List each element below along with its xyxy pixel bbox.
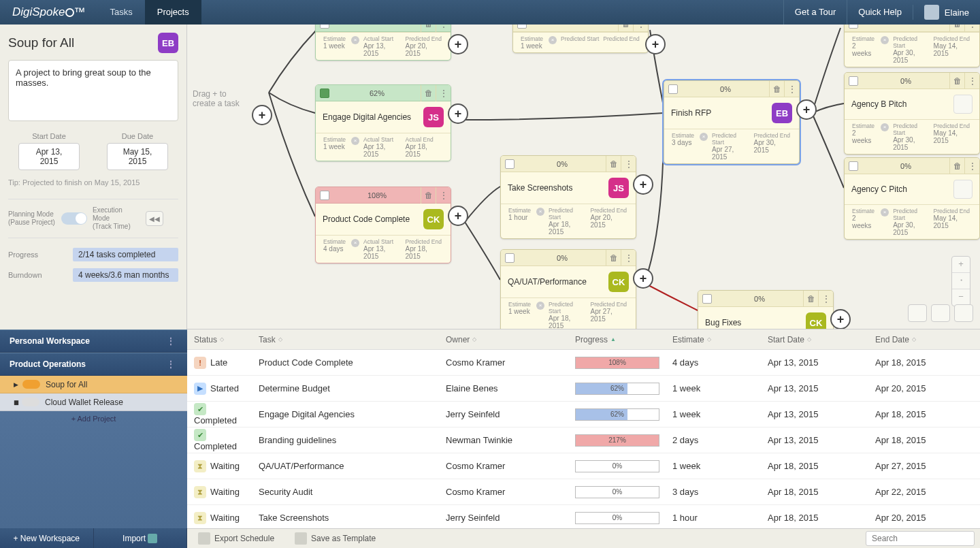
close-icon[interactable]: × (881, 123, 889, 131)
kebab-icon[interactable]: ⋮ (621, 156, 636, 172)
table-row[interactable]: ✔Completed Engage Digital Agencies Jerry… (187, 402, 980, 428)
assignee-badge[interactable]: EB (772, 103, 792, 123)
add-successor-button[interactable]: + (830, 309, 851, 329)
task-checkbox[interactable] (849, 76, 858, 86)
task-checkbox[interactable] (517, 25, 527, 29)
close-icon[interactable]: × (881, 36, 889, 44)
assignee-badge[interactable]: JS (608, 178, 629, 198)
user-menu[interactable]: Elaine (913, 5, 980, 20)
trash-icon[interactable]: 🗑 (769, 81, 784, 97)
th-start[interactable]: Start Date◇ (761, 335, 868, 344)
task-checkbox[interactable] (505, 159, 514, 169)
task-checkbox[interactable] (320, 88, 329, 98)
close-icon[interactable]: × (700, 133, 708, 141)
task-card[interactable]: 0% 🗑 ⋮ Agency B Pitch Estimate2 weeks × … (844, 72, 980, 155)
kebab-icon[interactable]: ⋮ (964, 158, 979, 174)
kebab-icon[interactable]: ⋮ (964, 25, 979, 32)
add-successor-button[interactable]: + (448, 34, 468, 54)
mode-toggle[interactable] (61, 212, 87, 225)
workspace-product-operations[interactable]: Product Operations⋮ (0, 353, 187, 376)
view-graph-icon[interactable] (908, 304, 927, 322)
task-card[interactable]: 62% 🗑 ⋮ Engage Digital Agencies JS Estim… (315, 84, 451, 161)
add-project-button[interactable]: + Add Project (0, 411, 187, 426)
th-owner[interactable]: Owner◇ (439, 335, 568, 344)
close-icon[interactable]: × (536, 302, 544, 310)
task-card[interactable]: 0% 🗑 ⋮ QA/UAT/Performance CK Estimate1 w… (500, 249, 636, 329)
th-end[interactable]: End Date◇ (868, 335, 976, 344)
owner-badge[interactable]: EB (158, 33, 178, 53)
view-fit-icon[interactable] (931, 304, 950, 322)
trash-icon[interactable]: 🗑 (618, 25, 633, 32)
kebab-icon[interactable]: ⋮ (633, 25, 648, 32)
trash-icon[interactable]: 🗑 (949, 25, 964, 32)
task-checkbox[interactable] (320, 25, 329, 29)
table-row[interactable]: ✔Completed Branding guidelines Newman Tw… (187, 428, 980, 453)
trash-icon[interactable]: 🗑 (803, 291, 818, 307)
import-button[interactable]: Import (94, 528, 188, 548)
nav-tab-projects[interactable]: Projects (145, 0, 201, 25)
task-checkbox[interactable] (505, 253, 514, 263)
trash-icon[interactable]: 🗑 (421, 25, 436, 32)
assignee-badge[interactable]: JS (423, 107, 444, 127)
add-successor-button[interactable]: + (633, 174, 653, 195)
workspace-menu-icon[interactable]: ⋮ (164, 359, 178, 369)
th-estimate[interactable]: Estimate◇ (666, 335, 761, 344)
kebab-icon[interactable]: ⋮ (784, 81, 799, 97)
table-row[interactable]: ▶Started Determine Budget Elaine Benes 6… (187, 376, 980, 402)
th-status[interactable]: Status◇ (187, 335, 252, 344)
kebab-icon[interactable]: ⋮ (436, 187, 451, 204)
assignee-badge[interactable]: CK (806, 312, 826, 329)
task-card[interactable]: 🗑 ⋮ Estimate1 week × Predicted Start Pre… (512, 25, 649, 53)
task-card[interactable]: 0% 🗑 ⋮ Bug Fixes CK (698, 290, 834, 329)
table-row[interactable]: ⧗Waiting QA/UAT/Performance Cosmo Kramer… (187, 453, 980, 479)
zoom-out-icon[interactable]: − (952, 289, 970, 306)
kebab-icon[interactable]: ⋮ (436, 25, 451, 32)
task-card[interactable]: 0% 🗑 ⋮ Agency C Pitch Estimate2 weeks × … (844, 157, 980, 240)
save-template-button[interactable]: Save as Template (289, 530, 381, 547)
add-successor-button[interactable]: + (448, 206, 468, 226)
project-item-soup[interactable]: ▶ Soup for All (0, 376, 187, 393)
assignee-placeholder-icon[interactable] (953, 180, 973, 199)
add-successor-button[interactable]: + (645, 34, 666, 54)
close-icon[interactable]: × (549, 36, 557, 44)
project-toggle[interactable] (22, 398, 39, 406)
kebab-icon[interactable]: ⋮ (436, 85, 451, 101)
due-date-input[interactable]: May 15, 2015 (107, 143, 168, 170)
table-row[interactable]: ⧗Waiting Take Screenshots Jerry Seinfeld… (187, 505, 980, 528)
nav-get-a-tour[interactable]: Get a Tour (783, 0, 847, 25)
assignee-badge[interactable]: CK (423, 209, 444, 229)
th-progress[interactable]: Progress▲ (568, 335, 666, 344)
new-workspace-button[interactable]: + New Workspace (0, 528, 94, 548)
kebab-icon[interactable]: ⋮ (818, 291, 833, 307)
kebab-icon[interactable]: ⋮ (964, 73, 979, 89)
project-title[interactable]: Soup for All (8, 35, 158, 50)
trash-icon[interactable]: 🗑 (421, 187, 436, 204)
task-checkbox[interactable] (849, 161, 858, 171)
workspace-menu-icon[interactable]: ⋮ (164, 336, 178, 346)
search-input[interactable] (866, 531, 975, 546)
create-task-button[interactable]: + (252, 105, 272, 125)
task-checkbox[interactable] (668, 84, 678, 94)
zoom-in-icon[interactable]: + (952, 257, 970, 273)
view-target-icon[interactable] (954, 304, 973, 322)
trash-icon[interactable]: 🗑 (606, 250, 621, 266)
task-card[interactable]: 0% 🗑 ⋮ Finish RFP EB Estimate3 days × Pr… (664, 80, 800, 164)
table-row[interactable]: ⧗Waiting Security Audit Cosmo Kramer 0% … (187, 479, 980, 505)
workspace-personal[interactable]: Personal Workspace⋮ (0, 329, 187, 353)
th-task[interactable]: Task◇ (252, 335, 439, 344)
close-icon[interactable]: × (536, 208, 544, 216)
task-checkbox[interactable] (320, 191, 329, 200)
task-card[interactable]: 🗑 ⋮ Estimate1 week × Actual StartApr 13,… (315, 25, 451, 61)
trash-icon[interactable]: 🗑 (949, 158, 964, 174)
export-schedule-button[interactable]: Export Schedule (193, 530, 280, 547)
brand-logo[interactable]: DigiSpoke™ (0, 5, 98, 19)
trash-icon[interactable]: 🗑 (421, 85, 436, 101)
add-successor-button[interactable]: + (796, 99, 817, 120)
close-icon[interactable]: × (351, 239, 359, 247)
task-graph-canvas[interactable]: Drag + to create a task + 🗑 ⋮ Estimate1 … (187, 25, 980, 329)
task-card[interactable]: 0% 🗑 ⋮ Take Screenshots JS Estimate1 hou… (500, 155, 636, 239)
nav-quick-help[interactable]: Quick Help (847, 0, 913, 25)
project-toggle[interactable] (22, 380, 40, 389)
close-icon[interactable]: × (351, 36, 359, 44)
nav-tab-tasks[interactable]: Tasks (98, 0, 145, 25)
